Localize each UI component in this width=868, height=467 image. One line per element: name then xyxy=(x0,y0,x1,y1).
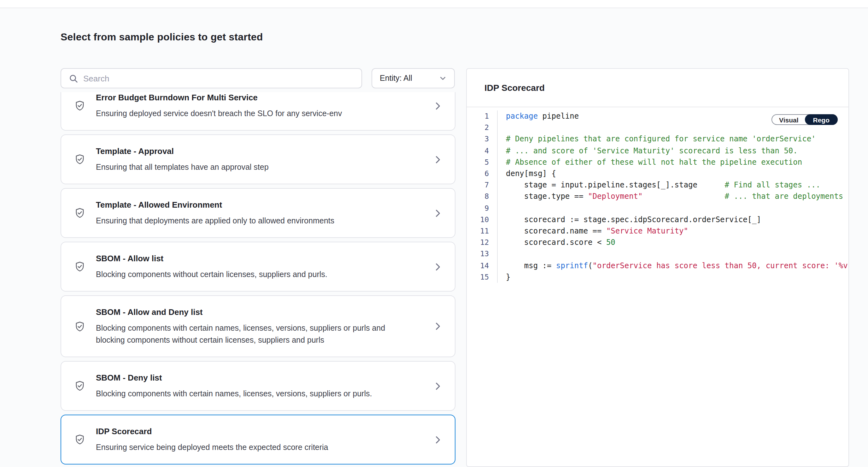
page: Select from sample policies to get start… xyxy=(0,0,868,467)
entity-filter-label: Entity: All xyxy=(380,74,412,83)
policy-card[interactable]: Template - Approval Ensuring that all te… xyxy=(61,135,456,184)
code-line: 6 deny[msg] { xyxy=(467,168,848,179)
policy-card-text: Template - Approval Ensuring that all te… xyxy=(96,145,423,174)
policy-description: Ensuring deployed service doesn't breach… xyxy=(96,108,405,120)
policy-shield-icon xyxy=(74,207,86,219)
entity-filter-dropdown[interactable]: Entity: All xyxy=(372,68,455,88)
policy-title: SBOM - Allow and Deny list xyxy=(96,306,423,318)
line-content: deny[msg] { xyxy=(497,168,848,179)
line-number: 8 xyxy=(467,192,497,201)
search-input[interactable] xyxy=(83,74,354,83)
line-content: stage.type == "Deployment" # ... that ar… xyxy=(497,191,848,202)
line-content: # Absence of either of these will not ha… xyxy=(497,156,848,168)
line-number: 14 xyxy=(467,261,497,270)
policy-card-text: SBOM - Allow list Blocking components wi… xyxy=(96,253,423,281)
policy-card-text: Error Budget Burndown For Multi Service … xyxy=(96,92,423,120)
policy-description: Blocking components with certain names, … xyxy=(96,388,405,400)
policy-card-text: SBOM - Allow and Deny list Blocking comp… xyxy=(96,306,423,347)
policy-title: IDP Scorecard xyxy=(96,425,423,437)
line-number: 11 xyxy=(467,227,497,235)
policy-description: Ensuring that all templates have an appr… xyxy=(96,162,405,174)
policy-card[interactable]: Template - Allowed Environment Ensuring … xyxy=(61,188,456,238)
policy-description: Blocking components with certain names, … xyxy=(96,322,405,347)
code-line: 9 xyxy=(467,202,848,214)
code-line: 10 scorecard := stage.spec.idpScorecard.… xyxy=(467,214,848,225)
line-number: 15 xyxy=(467,272,497,281)
line-number: 12 xyxy=(467,238,497,247)
chevron-right-icon[interactable] xyxy=(433,322,442,331)
line-content: # Deny pipelines that are configured for… xyxy=(497,134,848,145)
line-content xyxy=(497,202,848,214)
code-line: 8 stage.type == "Deployment" # ... that … xyxy=(467,191,848,202)
line-content: scorecard.score < 50 xyxy=(497,237,848,248)
policy-card-text: SBOM - Deny list Blocking components wit… xyxy=(96,372,423,400)
code-line: 11 scorecard.name == "Service Maturity" xyxy=(467,225,848,237)
policy-shield-icon xyxy=(74,434,86,445)
policy-description: Ensuring service being deployed meets th… xyxy=(96,442,405,454)
chevron-right-icon[interactable] xyxy=(433,381,442,390)
chevron-right-icon[interactable] xyxy=(433,155,442,164)
line-number: 13 xyxy=(467,250,497,258)
toggle-option-visual[interactable]: Visual xyxy=(772,115,806,124)
policy-title: Template - Allowed Environment xyxy=(96,199,423,211)
code-line: 4 # ... and score of 'Service Maturity' … xyxy=(467,145,848,156)
chevron-down-icon xyxy=(439,75,446,82)
view-mode-toggle: Visual Rego xyxy=(772,114,838,125)
line-content: stage = input.pipeline.stages[_].stage #… xyxy=(497,179,848,191)
line-number: 9 xyxy=(467,204,497,212)
line-content: scorecard.name == "Service Maturity" xyxy=(497,225,848,237)
line-number: 3 xyxy=(467,135,497,144)
policy-shield-icon xyxy=(74,261,86,273)
line-number: 10 xyxy=(467,215,497,224)
code-line: 13 xyxy=(467,248,848,260)
policy-card[interactable]: Error Budget Burndown For Multi Service … xyxy=(61,92,456,130)
line-content: # ... and score of 'Service Maturity' sc… xyxy=(497,145,848,156)
line-content: } xyxy=(497,271,848,283)
policy-card[interactable]: SBOM - Deny list Blocking components wit… xyxy=(61,361,456,411)
code-line: 15 } xyxy=(467,271,848,283)
line-number: 5 xyxy=(467,158,497,167)
chevron-right-icon[interactable] xyxy=(433,262,442,271)
policy-shield-icon xyxy=(74,380,86,392)
policy-shield-icon xyxy=(74,153,86,165)
policy-description: Ensuring that deployments are applied on… xyxy=(96,215,405,227)
chevron-right-icon[interactable] xyxy=(433,435,442,444)
code-line: 7 stage = input.pipeline.stages[_].stage… xyxy=(467,179,848,191)
code-line: 14 msg := sprintf("orderService has scor… xyxy=(467,260,848,271)
policy-title: Template - Approval xyxy=(96,145,423,157)
panel-title: IDP Scorecard xyxy=(485,83,545,93)
line-number: 7 xyxy=(467,180,497,189)
page-title: Select from sample policies to get start… xyxy=(61,32,263,43)
line-number: 4 xyxy=(467,146,497,155)
policy-list: Error Budget Burndown For Multi Service … xyxy=(61,92,456,467)
top-bar xyxy=(0,0,868,8)
policy-card-text: Template - Allowed Environment Ensuring … xyxy=(96,199,423,227)
code-line: 3 # Deny pipelines that are configured f… xyxy=(467,134,848,145)
policy-shield-icon xyxy=(74,320,86,332)
code-line: 12 scorecard.score < 50 xyxy=(467,237,848,248)
policy-card[interactable]: IDP Scorecard Ensuring service being dep… xyxy=(61,415,456,465)
line-content: msg := sprintf("orderService has score l… xyxy=(497,260,848,271)
policy-title: Error Budget Burndown For Multi Service xyxy=(96,92,423,104)
line-content xyxy=(497,248,848,260)
policy-shield-icon xyxy=(74,100,86,112)
line-content: scorecard := stage.spec.idpScorecard.ord… xyxy=(497,214,848,225)
policy-card[interactable]: SBOM - Allow list Blocking components wi… xyxy=(61,242,456,292)
search-box[interactable] xyxy=(61,68,362,88)
line-number: 1 xyxy=(467,112,497,120)
policy-card[interactable]: SBOM - Allow and Deny list Blocking comp… xyxy=(61,295,456,357)
chevron-right-icon[interactable] xyxy=(433,209,442,217)
code-editor[interactable]: 1 package pipeline 2 3 # Deny pipelines … xyxy=(467,107,848,283)
panel-header: IDP Scorecard xyxy=(467,69,848,107)
policy-detail-panel: IDP Scorecard Visual Rego 1 package pipe… xyxy=(466,68,849,467)
policy-title: SBOM - Allow list xyxy=(96,253,423,264)
search-icon xyxy=(69,74,78,83)
toggle-option-rego[interactable]: Rego xyxy=(805,114,838,125)
policy-description: Blocking components without certain lice… xyxy=(96,269,405,281)
line-number: 2 xyxy=(467,123,497,132)
policy-title: SBOM - Deny list xyxy=(96,372,423,384)
code-line: 5 # Absence of either of these will not … xyxy=(467,156,848,168)
chevron-right-icon[interactable] xyxy=(433,101,442,110)
line-number: 6 xyxy=(467,169,497,178)
policy-card-text: IDP Scorecard Ensuring service being dep… xyxy=(96,425,423,454)
